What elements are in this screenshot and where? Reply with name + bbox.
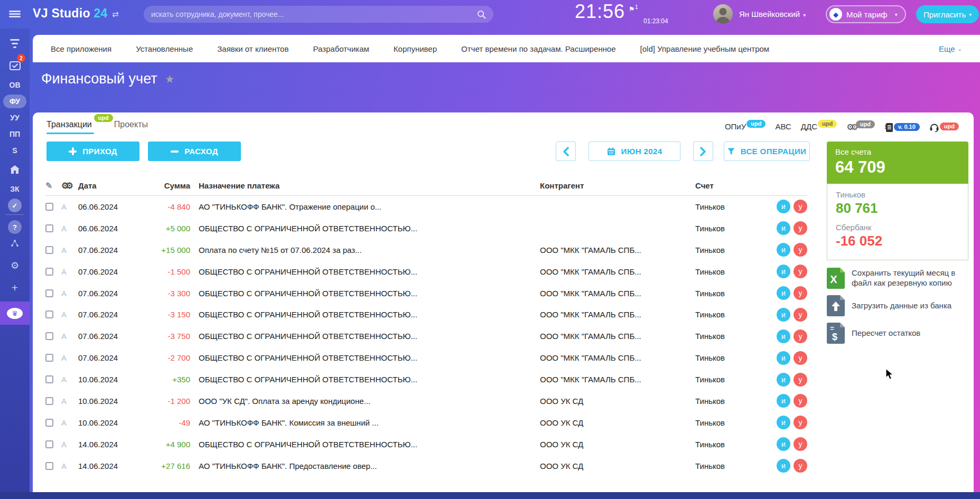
row-info-button[interactable]: и (777, 265, 790, 278)
nav-all-apps[interactable]: Все приложения (51, 44, 111, 53)
row-date[interactable]: 10.06.2024 (78, 397, 146, 406)
row-info-button[interactable]: и (777, 329, 790, 343)
row-contractor[interactable]: ООО "МКК "ГАМАЛЬ СПБ... (540, 332, 695, 341)
changelog-button[interactable]: v. 0.10 (884, 122, 921, 135)
sidebar-item-pp[interactable]: ПП (3, 127, 26, 141)
sidebar-item-fu-active[interactable]: ФУ (3, 95, 26, 108)
home-icon[interactable] (0, 160, 30, 179)
sidebar-item-zk[interactable]: ЗК (3, 182, 26, 196)
row-sum[interactable]: +350 (146, 375, 199, 384)
row-account[interactable]: Тиньков (695, 310, 769, 319)
row-checkbox[interactable] (45, 419, 53, 427)
row-purpose[interactable]: АО "ТИНЬКОФФ БАНК". Отражение операции о… (199, 202, 540, 211)
row-delete-button[interactable]: у (794, 243, 807, 257)
row-purpose[interactable]: ОБЩЕСТВО С ОГРАНИЧЕННОЙ ОТВЕТСТВЕННОСТЬЮ… (199, 267, 540, 276)
row-contractor[interactable]: ООО "МКК "ГАМАЛЬ СПБ... (540, 310, 695, 319)
tasks-icon[interactable]: 2 (0, 56, 30, 75)
row-account[interactable]: Тиньков (695, 462, 769, 470)
search-input[interactable] (151, 10, 477, 18)
row-purpose[interactable]: АО "ТИНЬКОФФ БАНК". Комиссия за внешний … (199, 418, 540, 427)
row-date[interactable]: 07.06.2024 (78, 246, 146, 255)
settings-gear-icon[interactable]: ⚙ (0, 256, 30, 275)
save-backup-action[interactable]: X Сохранить текущий месяц в файл как рез… (827, 268, 968, 289)
next-month-button[interactable] (693, 142, 713, 161)
row-delete-button[interactable]: у (794, 265, 807, 278)
recalc-balances-action[interactable]: =$ Пересчет остатков (827, 323, 968, 344)
bitrix24-logo-icon[interactable]: ♛ (0, 302, 30, 325)
row-info-button[interactable]: и (777, 286, 790, 300)
income-button[interactable]: ПРИХОД (46, 142, 139, 161)
column-settings-icon[interactable]: ⚙⚙ (61, 181, 78, 191)
row-delete-button[interactable]: у (794, 437, 807, 451)
row-contractor[interactable]: ООО УК СД (540, 397, 695, 406)
row-contractor[interactable]: ООО "МКК "ГАМАЛЬ СПБ... (540, 267, 695, 276)
col-purpose[interactable]: Назначение платежа (199, 181, 540, 190)
row-purpose[interactable]: ОБЩЕСТВО С ОГРАНИЧЕННОЙ ОТВЕТСТВЕННОСТЬЮ… (199, 440, 540, 449)
row-sum[interactable]: +4 900 (146, 440, 199, 449)
row-checkbox[interactable] (45, 203, 53, 211)
row-contractor[interactable]: ООО "МКК "ГАМАЛЬ СПБ... (540, 353, 695, 362)
favorite-star-icon[interactable]: ★ (165, 73, 175, 86)
row-info-button[interactable]: и (777, 351, 790, 365)
support-button[interactable]: upd (929, 122, 960, 134)
row-account[interactable]: Тиньков (695, 375, 769, 384)
nav-client-requests[interactable]: Заявки от клиентов (217, 44, 288, 53)
row-delete-button[interactable]: у (794, 459, 807, 473)
row-account[interactable]: Тиньков (695, 440, 769, 449)
menu-hamburger-icon[interactable] (9, 10, 21, 18)
row-checkbox[interactable] (45, 397, 53, 405)
row-date[interactable]: 10.06.2024 (78, 418, 146, 427)
row-checkbox[interactable] (45, 224, 53, 232)
row-checkbox[interactable] (45, 375, 53, 383)
report-dds-link[interactable]: ДДСupd (801, 122, 838, 131)
account-item[interactable]: Тиньков 80 761 (836, 190, 959, 216)
row-sum[interactable]: -1 200 (146, 397, 199, 406)
row-account[interactable]: Тиньков (695, 246, 769, 255)
row-delete-button[interactable]: у (794, 329, 807, 343)
load-bank-data-action[interactable]: Загрузить данные из банка (827, 295, 968, 316)
row-sum[interactable]: -49 (146, 418, 199, 427)
row-info-button[interactable]: и (777, 459, 790, 473)
row-date[interactable]: 10.06.2024 (78, 375, 146, 384)
nav-time-report[interactable]: Отчет времени по задачам. Расширенное (461, 44, 616, 53)
sidebar-item-ov[interactable]: ОВ (3, 78, 26, 92)
row-contractor[interactable]: ООО "МКК "ГАМАЛЬ СПБ... (540, 246, 695, 255)
row-sum[interactable]: -3 300 (146, 289, 199, 298)
row-info-button[interactable]: и (777, 437, 790, 451)
row-info-button[interactable]: и (777, 221, 790, 235)
row-purpose[interactable]: АО "ТИНЬКОФФ БАНК". Предоставление овер.… (199, 462, 540, 470)
sidebar-item-s[interactable]: S (3, 144, 26, 157)
row-purpose[interactable]: ОБЩЕСТВО С ОГРАНИЧЕННОЙ ОТВЕТСТВЕННОСТЬЮ… (199, 375, 540, 384)
prev-month-button[interactable] (556, 142, 576, 161)
row-info-button[interactable]: и (777, 373, 790, 387)
tab-projects[interactable]: Проекты (114, 120, 148, 129)
workday-clock[interactable]: 21:56 (575, 1, 625, 23)
nav-developers[interactable]: Разработчикам (313, 44, 369, 53)
row-account[interactable]: Тиньков (695, 397, 769, 406)
row-purpose[interactable]: ОБЩЕСТВО С ОГРАНИЧЕННОЙ ОТВЕТСТВЕННОСТЬЮ… (199, 353, 540, 362)
user-name[interactable]: Ян Швейковский▾ (739, 10, 806, 18)
row-info-button[interactable]: и (777, 416, 790, 429)
row-delete-button[interactable]: у (794, 308, 807, 322)
row-sum[interactable]: +5 000 (146, 224, 199, 233)
row-date[interactable]: 06.06.2024 (78, 202, 146, 211)
check-circle-icon[interactable]: ✓ (8, 199, 22, 212)
row-account[interactable]: Тиньков (695, 353, 769, 362)
row-sum[interactable]: -1 500 (146, 267, 199, 276)
app-logo[interactable]: VJ Studio 24 (33, 6, 108, 21)
row-date[interactable]: 14.06.2024 (78, 462, 146, 470)
row-date[interactable]: 07.06.2024 (78, 289, 146, 298)
row-delete-button[interactable]: у (794, 286, 807, 300)
row-date[interactable]: 07.06.2024 (78, 267, 146, 276)
row-purpose[interactable]: ОБЩЕСТВО С ОГРАНИЧЕННОЙ ОТВЕТСТВЕННОСТЬЮ… (199, 224, 540, 233)
row-checkbox[interactable] (45, 268, 53, 276)
row-checkbox[interactable] (45, 440, 53, 448)
sidebar-item-uu[interactable]: УУ (3, 111, 26, 125)
row-account[interactable]: Тиньков (695, 418, 769, 427)
nav-more-button[interactable]: Еще⌄ (939, 44, 962, 53)
row-purpose[interactable]: ОБЩЕСТВО С ОГРАНИЧЕННОЙ ОТВЕТСТВЕННОСТЬЮ… (199, 332, 540, 341)
row-delete-button[interactable]: у (794, 200, 807, 213)
row-checkbox[interactable] (45, 332, 53, 340)
col-sum[interactable]: Сумма (146, 181, 199, 190)
row-info-button[interactable]: и (777, 200, 790, 213)
